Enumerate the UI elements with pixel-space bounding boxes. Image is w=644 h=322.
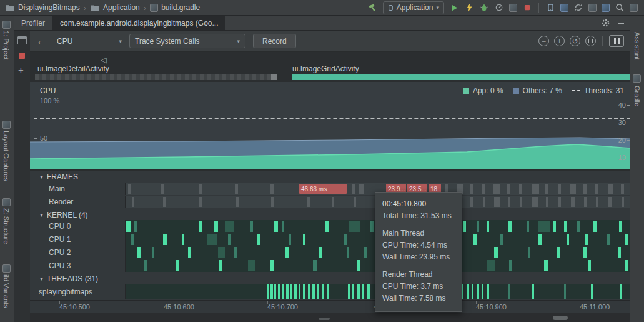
cpu-activity-bar[interactable] (527, 221, 529, 232)
breadcrumb-module[interactable]: Application (103, 3, 140, 12)
cpu-activity-bar[interactable] (538, 221, 550, 232)
cpu-activity-bar[interactable] (567, 234, 569, 245)
cpu-activity-bar[interactable] (494, 247, 498, 258)
thread-activity-bar[interactable] (482, 284, 483, 299)
cpu-activity-bar[interactable] (188, 247, 191, 258)
cpu-activity-bar[interactable] (144, 260, 147, 271)
debug-button[interactable] (479, 3, 489, 13)
cpu-activity-bar[interactable] (248, 260, 255, 271)
frame-block[interactable] (307, 197, 310, 207)
cpu-activity-bar[interactable] (289, 234, 291, 245)
thread-activity-bar[interactable] (267, 284, 269, 299)
avd-manager-icon[interactable] (545, 3, 555, 13)
thread-activity-bar[interactable] (312, 284, 315, 299)
layout-captures-icon[interactable] (2, 121, 11, 129)
new-session-button[interactable]: + (18, 64, 24, 75)
thread-activity-bar[interactable] (278, 284, 280, 299)
thread-activity-bar[interactable] (286, 284, 289, 299)
frame-block[interactable] (494, 197, 500, 207)
thread-activity-bar[interactable] (270, 284, 273, 299)
run-button[interactable] (449, 3, 459, 13)
gradle-icon[interactable] (633, 74, 641, 83)
project-icon[interactable] (2, 21, 11, 29)
thread-activity-bar[interactable] (299, 284, 300, 299)
cpu-activity-bar[interactable] (553, 221, 556, 232)
kernel-cpu1-row[interactable]: CPU 1 (30, 233, 630, 246)
profiler-type-select[interactable]: CPU ▾ (54, 37, 122, 46)
sidebar-item-build-variants[interactable]: ild Variants (2, 274, 10, 308)
cpu-activity-bar[interactable] (477, 221, 479, 232)
frame-block[interactable]: 46.63 ms (299, 184, 347, 194)
thread-activity-bar[interactable] (317, 284, 319, 299)
record-button[interactable]: Record (253, 34, 296, 48)
cpu-activity-bar[interactable] (357, 260, 360, 271)
cpu-activity-bar[interactable] (588, 260, 591, 271)
cpu-activity-bar[interactable] (214, 221, 218, 232)
frame-block[interactable] (558, 184, 561, 194)
sidebar-item-layout-captures[interactable]: Layout Captures (2, 131, 10, 181)
sessions-panel-icon[interactable] (17, 36, 27, 44)
cpu-activity-bar[interactable] (257, 234, 260, 245)
cpu-activity-bar[interactable] (625, 260, 628, 271)
frame-block[interactable] (199, 197, 202, 207)
thread-activity-bar[interactable] (294, 284, 297, 299)
frame-block[interactable] (493, 184, 500, 194)
cpu-activity-bar[interactable] (218, 247, 225, 258)
cpu-activity-bar[interactable] (349, 221, 360, 232)
structure-icon[interactable] (2, 198, 11, 206)
cpu-activity-bar[interactable] (250, 221, 253, 232)
sidebar-item-gradle[interactable]: Gradle (633, 86, 641, 106)
profile-button[interactable] (494, 3, 504, 13)
frame-block[interactable] (608, 184, 613, 194)
frame-block[interactable] (332, 197, 334, 207)
cpu-activity-bar[interactable] (126, 221, 131, 232)
frame-block[interactable] (558, 197, 561, 207)
frame-block[interactable] (546, 197, 548, 207)
frame-block[interactable] (570, 184, 576, 194)
cpu-activity-bar[interactable] (364, 247, 367, 258)
device-file-explorer-icon[interactable] (602, 4, 610, 12)
frame-block[interactable] (359, 184, 364, 194)
cpu-activity-bar[interactable] (593, 221, 597, 232)
frame-block[interactable] (507, 184, 510, 194)
run-config-select[interactable]: Application ▾ (383, 1, 444, 14)
frame-block[interactable] (482, 184, 485, 194)
thread-activity-bar[interactable] (327, 284, 329, 299)
frame-block[interactable] (571, 197, 575, 207)
frame-block[interactable] (236, 197, 239, 207)
thread-activity-bar[interactable] (487, 284, 489, 299)
thread-activity-bar[interactable] (348, 284, 350, 299)
cpu-activity-bar[interactable] (473, 234, 477, 245)
cpu-activity-bar[interactable] (199, 221, 202, 232)
cpu-activity-bar[interactable] (152, 247, 154, 258)
cpu-activity-bar[interactable] (274, 221, 278, 232)
apply-changes-icon[interactable] (464, 3, 474, 13)
frame-block[interactable] (532, 184, 539, 194)
frames-render-row[interactable]: Render (30, 196, 630, 209)
thread-activity-bar[interactable] (620, 284, 622, 299)
thread-activity-bar[interactable] (352, 284, 354, 299)
frame-block[interactable] (545, 184, 548, 194)
activity-label-grid[interactable]: ui.ImageGridActivity (292, 64, 359, 73)
thread-activity-bar[interactable] (322, 284, 324, 299)
thread-activity-bar[interactable] (274, 284, 276, 299)
thread-row[interactable]: splayingbitmaps (30, 284, 630, 300)
thread-activity-bar[interactable] (564, 284, 566, 299)
cpu-activity-bar[interactable] (303, 234, 305, 245)
cpu-activity-bar[interactable] (347, 247, 349, 258)
frame-block[interactable] (470, 184, 473, 194)
cpu-activity-bar[interactable] (618, 247, 621, 258)
frame-block[interactable] (270, 184, 274, 194)
frame-block[interactable] (128, 184, 131, 194)
thread-activity-bar[interactable] (308, 284, 310, 299)
cpu-activity-bar[interactable] (577, 221, 580, 232)
frame-block[interactable] (508, 197, 510, 207)
cpu-activity-bar[interactable] (270, 260, 274, 271)
cpu-activity-bar[interactable] (313, 260, 317, 271)
frame-block[interactable] (584, 197, 587, 207)
thread-activity-bar[interactable] (357, 284, 360, 299)
cpu-activity-bar[interactable] (325, 221, 329, 232)
frame-block[interactable] (583, 184, 587, 194)
cpu-activity-bar[interactable] (137, 247, 141, 258)
cpu-activity-bar[interactable] (234, 247, 237, 258)
